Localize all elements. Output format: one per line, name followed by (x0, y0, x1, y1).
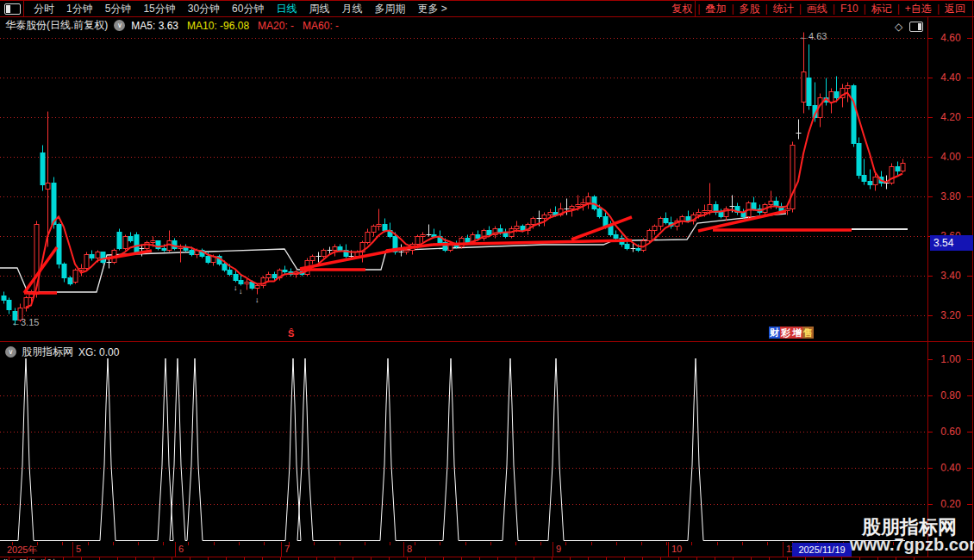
price-axis-label: 3.20 (931, 309, 971, 321)
price-axis-label: 4.20 (931, 111, 971, 123)
indicator-header: ∨ 股朋指标网 XG: 0.00 (5, 345, 119, 359)
price-axis-label: 3.40 (931, 270, 971, 282)
indicator-axis-label: 0.80 (931, 389, 971, 401)
date-box: 2025/11/19 (792, 543, 852, 557)
last-price-marker: 3.54 (930, 235, 973, 251)
low-arrow-marker: ↓ (239, 288, 243, 296)
indicator-value: XG: 0.00 (78, 346, 119, 358)
low-arrow-marker: ↓ (255, 296, 259, 304)
year-label: 2025年 (7, 544, 37, 557)
event-badge[interactable]: 售 (802, 327, 814, 339)
low-price-label: ←3.15 (11, 317, 39, 327)
chevron-down-icon[interactable]: ∨ (5, 346, 16, 358)
event-badge[interactable]: 增 (791, 327, 802, 339)
date-tick-label: 6 (178, 544, 184, 554)
date-tick-label: 8 (407, 544, 412, 554)
indicator-axis-label: 0.20 (931, 498, 971, 510)
chart-canvas[interactable] (0, 0, 974, 560)
date-tick-label: 9 (556, 544, 561, 554)
indicator-axis-label: 0.40 (931, 462, 971, 474)
price-axis-label: 4.00 (931, 151, 971, 163)
event-badge[interactable]: 财 (769, 327, 780, 339)
tdx-stock-chart-window: 分时1分钟5分钟15分钟30分钟60分钟日线周线月线多周期更多 > 复权|叠加|… (0, 0, 974, 560)
low-arrow-marker: ↓ (234, 284, 238, 292)
sell-signal-marker: Ŝ (288, 329, 294, 339)
date-tick-label: 7 (284, 544, 290, 554)
price-axis-label: 3.80 (931, 190, 971, 202)
date-tick-label: 10 (671, 544, 682, 554)
event-badge[interactable]: 彩 (780, 327, 791, 339)
date-axis[interactable]: 2025年 2025/11/19 567891011 (0, 542, 974, 557)
high-price-label: ←4.63 (799, 31, 827, 41)
indicator-axis-label: 1.00 (931, 353, 971, 365)
price-axis-label: 4.40 (931, 72, 971, 84)
price-axis-label: 4.60 (931, 32, 971, 44)
watermark-url: www.7gpzb.com (850, 535, 974, 555)
event-badges: 财彩增售 (769, 327, 814, 339)
indicator-name: 股朋指标网 (22, 345, 73, 359)
date-tick-label: 5 (76, 544, 81, 554)
indicator-axis-label: 0.60 (931, 426, 971, 438)
